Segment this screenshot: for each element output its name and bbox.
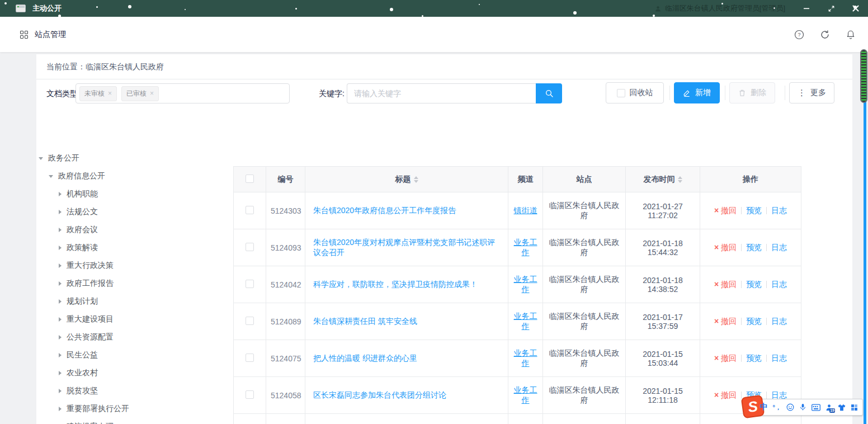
caret-icon[interactable] <box>39 157 43 160</box>
ime-menu-icon[interactable] <box>851 404 858 411</box>
log-link[interactable]: 日志 <box>771 243 787 252</box>
tree-node[interactable]: 脱贫攻坚 <box>36 382 233 400</box>
preview-link[interactable]: 预览 <box>746 317 762 326</box>
tag-remove-icon[interactable]: × <box>150 90 154 97</box>
tree-node[interactable]: 政府会议 <box>36 221 233 239</box>
withdraw-button[interactable]: ×撤回 <box>714 243 737 252</box>
tree-node[interactable]: 重大行政决策 <box>36 257 233 275</box>
row-channel-link[interactable]: 业务工作 <box>514 312 537 331</box>
log-link[interactable]: 日志 <box>771 280 787 289</box>
row-title-link[interactable]: 朱台镇2020年度对村观摩点评暨村党支部书记述职评议会召开 <box>313 238 495 257</box>
row-checkbox[interactable] <box>246 243 254 251</box>
sort-icon[interactable] <box>414 176 418 183</box>
preview-link[interactable]: 预览 <box>746 354 762 362</box>
withdraw-button[interactable]: ×撤回 <box>714 280 737 289</box>
row-channel-link[interactable]: 业务工作 <box>514 275 537 294</box>
refresh-icon[interactable] <box>820 30 830 40</box>
caret-icon[interactable] <box>59 317 62 322</box>
close-button[interactable] <box>843 0 868 17</box>
row-checkbox[interactable] <box>246 317 254 325</box>
more-button[interactable]: ⋮ 更多 <box>789 82 834 103</box>
delete-button[interactable]: 删除 <box>729 82 775 103</box>
row-channel-link[interactable]: 业务工作 <box>514 238 537 257</box>
col-time[interactable]: 发布时间 <box>626 167 700 192</box>
bell-icon[interactable] <box>846 30 856 40</box>
log-link[interactable]: 日志 <box>771 206 787 215</box>
col-title[interactable]: 标题 <box>305 167 508 192</box>
select-all-checkbox[interactable] <box>246 175 254 183</box>
preview-link[interactable]: 预览 <box>746 206 762 215</box>
caret-icon[interactable] <box>59 407 62 411</box>
help-icon[interactable]: ? <box>794 30 804 40</box>
tree-node[interactable]: 重要部署执行公开 <box>36 400 233 418</box>
add-button[interactable]: 新增 <box>674 82 720 103</box>
row-title-link[interactable]: 朱台镇2020年政府信息公开工作年度报告 <box>313 206 456 215</box>
scrollbar-thumb[interactable] <box>860 49 867 103</box>
caret-icon[interactable] <box>59 192 62 196</box>
log-link[interactable]: 日志 <box>771 317 787 326</box>
tree-node[interactable]: 建议提案办理 <box>36 418 233 424</box>
ime-voice-icon[interactable] <box>799 403 806 411</box>
ime-punctuation-icon[interactable]: °， <box>773 403 781 412</box>
tree-node[interactable]: 重大建设项目 <box>36 310 233 328</box>
ime-emoji-icon[interactable] <box>786 403 794 411</box>
search-button[interactable] <box>536 83 562 103</box>
tree-node[interactable]: 政策解读 <box>36 239 233 257</box>
minimize-button[interactable] <box>794 0 819 17</box>
scrollbar-track[interactable] <box>864 52 866 424</box>
row-checkbox[interactable] <box>246 206 254 214</box>
row-title-link[interactable]: 科学应对，联防联控，坚决捍卫疫情防控成果！ <box>313 280 478 289</box>
tag-remove-icon[interactable]: × <box>108 90 112 97</box>
modules-grid-icon[interactable] <box>20 31 28 39</box>
doc-type-select[interactable]: 未审核 × 已审核 × <box>76 83 290 103</box>
ime-language-mode[interactable]: 中 <box>760 402 768 412</box>
tree-node[interactable]: 法规公文 <box>36 203 233 221</box>
row-channel-link[interactable]: 镇街道 <box>514 206 537 215</box>
caret-icon[interactable] <box>59 353 62 357</box>
withdraw-button[interactable]: ×撤回 <box>714 317 737 326</box>
ime-skin-icon[interactable] <box>838 404 846 411</box>
caret-icon[interactable] <box>59 228 62 232</box>
tree-node[interactable]: 规划计划 <box>36 293 233 310</box>
tree-node[interactable]: 农业农村 <box>36 364 233 382</box>
preview-link[interactable]: 预览 <box>746 280 762 289</box>
caret-icon[interactable] <box>59 246 62 250</box>
caret-icon[interactable] <box>59 299 62 304</box>
maximize-button[interactable] <box>819 0 843 17</box>
caret-icon[interactable] <box>59 371 62 375</box>
row-checkbox[interactable] <box>246 354 254 362</box>
caret-icon[interactable] <box>59 335 62 340</box>
withdraw-button[interactable]: ×撤回 <box>714 206 737 215</box>
tree-node[interactable]: 政务公开 <box>36 149 233 167</box>
titlebar-user-menu[interactable]: 临淄区朱台镇人民政府管理员[管理员] <box>654 0 785 17</box>
ime-account-icon[interactable]: 19 <box>825 404 833 411</box>
row-channel-link[interactable]: 业务工作 <box>514 385 537 404</box>
nav-title[interactable]: 站点管理 <box>35 30 66 40</box>
caret-icon[interactable] <box>59 389 62 393</box>
tree-node[interactable]: 政府工作报告 <box>36 275 233 293</box>
log-link[interactable]: 日志 <box>771 390 787 399</box>
row-channel-link[interactable]: 业务工作 <box>514 348 537 368</box>
caret-icon[interactable] <box>59 210 62 214</box>
caret-icon[interactable] <box>59 263 62 268</box>
row-title-link[interactable]: 把人性的温暖 织进群众的心里 <box>313 354 417 362</box>
recycle-bin-checkbox[interactable] <box>617 89 625 97</box>
ime-keyboard-icon[interactable] <box>812 404 820 411</box>
tree-node[interactable]: 公共资源配置 <box>36 328 233 346</box>
tree-node[interactable]: 政府信息公开 <box>36 167 233 185</box>
recycle-bin-button[interactable]: 回收站 <box>606 82 664 103</box>
log-link[interactable]: 日志 <box>771 354 787 362</box>
tree-node[interactable]: 机构职能 <box>36 185 233 203</box>
withdraw-button[interactable]: ×撤回 <box>714 354 737 362</box>
keyword-input[interactable] <box>347 83 536 103</box>
withdraw-button[interactable]: ×撤回 <box>714 390 737 399</box>
caret-icon[interactable] <box>59 281 62 286</box>
preview-link[interactable]: 预览 <box>746 243 762 252</box>
sort-icon[interactable] <box>678 176 682 183</box>
tree-node[interactable]: 民生公益 <box>36 346 233 364</box>
row-title-link[interactable]: 区长宋磊同志参加朱台代表团分组讨论 <box>313 390 446 399</box>
row-checkbox[interactable] <box>246 280 254 288</box>
row-checkbox[interactable] <box>246 390 254 399</box>
row-title-link[interactable]: 朱台镇深耕责任田 筑牢安全线 <box>313 317 417 326</box>
caret-icon[interactable] <box>49 175 53 178</box>
